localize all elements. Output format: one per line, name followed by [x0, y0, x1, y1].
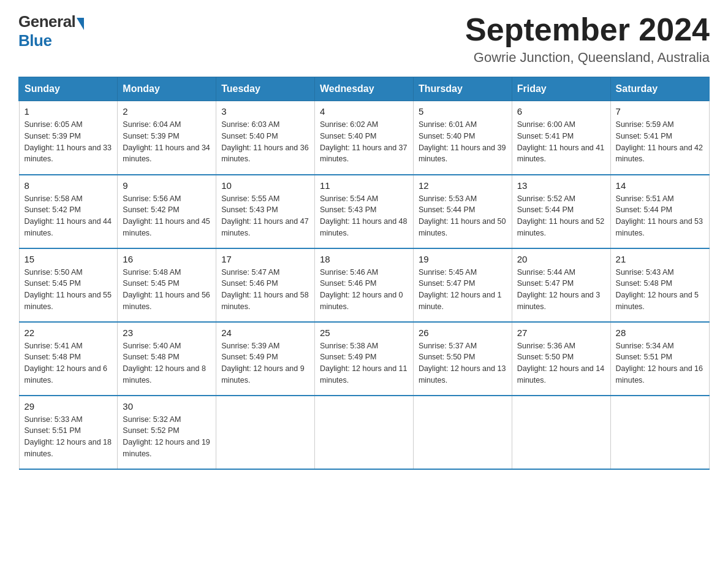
table-row: 10Sunrise: 5:55 AMSunset: 5:43 PMDayligh…	[216, 175, 315, 248]
day-info: Sunrise: 5:54 AMSunset: 5:43 PMDaylight:…	[320, 193, 408, 239]
day-number: 2	[123, 106, 211, 117]
day-number: 24	[221, 327, 309, 338]
table-row: 6Sunrise: 6:00 AMSunset: 5:41 PMDaylight…	[512, 101, 610, 175]
table-row: 25Sunrise: 5:38 AMSunset: 5:49 PMDayligh…	[315, 322, 414, 396]
day-info: Sunrise: 5:45 AMSunset: 5:47 PMDaylight:…	[419, 267, 507, 313]
day-number: 5	[419, 106, 507, 117]
day-number: 19	[419, 254, 507, 264]
col-friday: Friday	[512, 77, 610, 101]
logo-blue-text: Blue	[18, 31, 51, 50]
day-number: 6	[517, 106, 605, 117]
day-info: Sunrise: 6:02 AMSunset: 5:40 PMDaylight:…	[320, 119, 408, 165]
day-number: 12	[419, 180, 507, 191]
day-info: Sunrise: 6:05 AMSunset: 5:39 PMDaylight:…	[25, 119, 113, 165]
day-number: 14	[616, 180, 704, 191]
location-title: Gowrie Junction, Queensland, Australia	[465, 50, 710, 66]
day-number: 3	[221, 106, 309, 117]
table-row: 24Sunrise: 5:39 AMSunset: 5:49 PMDayligh…	[216, 322, 315, 396]
col-saturday: Saturday	[610, 77, 709, 101]
table-row: 9Sunrise: 5:56 AMSunset: 5:42 PMDaylight…	[118, 175, 216, 248]
day-info: Sunrise: 5:52 AMSunset: 5:44 PMDaylight:…	[517, 193, 605, 239]
day-info: Sunrise: 5:36 AMSunset: 5:50 PMDaylight:…	[517, 340, 605, 386]
day-info: Sunrise: 5:56 AMSunset: 5:42 PMDaylight:…	[123, 193, 211, 239]
day-info: Sunrise: 5:43 AMSunset: 5:48 PMDaylight:…	[616, 267, 704, 313]
day-info: Sunrise: 5:40 AMSunset: 5:48 PMDaylight:…	[123, 340, 211, 386]
day-info: Sunrise: 5:37 AMSunset: 5:50 PMDaylight:…	[419, 340, 507, 386]
logo-general-text: General	[18, 12, 75, 31]
day-info: Sunrise: 5:32 AMSunset: 5:52 PMDaylight:…	[123, 414, 211, 460]
table-row: 2Sunrise: 6:04 AMSunset: 5:39 PMDaylight…	[118, 101, 216, 175]
table-row: 8Sunrise: 5:58 AMSunset: 5:42 PMDaylight…	[19, 175, 118, 248]
day-number: 13	[517, 180, 605, 191]
table-row: 20Sunrise: 5:44 AMSunset: 5:47 PMDayligh…	[512, 248, 610, 322]
day-number: 4	[320, 106, 408, 117]
table-row: 29Sunrise: 5:33 AMSunset: 5:51 PMDayligh…	[19, 396, 118, 469]
day-info: Sunrise: 5:59 AMSunset: 5:41 PMDaylight:…	[616, 119, 704, 165]
day-info: Sunrise: 6:03 AMSunset: 5:40 PMDaylight:…	[221, 119, 309, 165]
day-info: Sunrise: 5:41 AMSunset: 5:48 PMDaylight:…	[25, 340, 113, 386]
table-row: 16Sunrise: 5:48 AMSunset: 5:45 PMDayligh…	[118, 248, 216, 322]
day-number: 11	[320, 180, 408, 191]
table-row: 23Sunrise: 5:40 AMSunset: 5:48 PMDayligh…	[118, 322, 216, 396]
table-row	[610, 396, 709, 469]
table-row: 3Sunrise: 6:03 AMSunset: 5:40 PMDaylight…	[216, 101, 315, 175]
day-number: 16	[123, 254, 211, 264]
day-info: Sunrise: 5:51 AMSunset: 5:44 PMDaylight:…	[616, 193, 704, 239]
table-row	[413, 396, 512, 469]
day-number: 25	[320, 327, 408, 338]
day-number: 1	[25, 106, 113, 117]
table-row: 13Sunrise: 5:52 AMSunset: 5:44 PMDayligh…	[512, 175, 610, 248]
day-number: 20	[517, 254, 605, 264]
week-row-4: 22Sunrise: 5:41 AMSunset: 5:48 PMDayligh…	[19, 322, 709, 396]
month-title: September 2024	[465, 12, 710, 47]
header: General Blue September 2024 Gowrie Junct…	[18, 12, 710, 66]
day-info: Sunrise: 5:47 AMSunset: 5:46 PMDaylight:…	[221, 267, 309, 313]
day-info: Sunrise: 5:46 AMSunset: 5:46 PMDaylight:…	[320, 267, 408, 313]
col-monday: Monday	[118, 77, 216, 101]
col-sunday: Sunday	[19, 77, 118, 101]
table-row: 1Sunrise: 6:05 AMSunset: 5:39 PMDaylight…	[19, 101, 118, 175]
day-info: Sunrise: 6:01 AMSunset: 5:40 PMDaylight:…	[419, 119, 507, 165]
day-number: 9	[123, 180, 211, 191]
day-info: Sunrise: 5:39 AMSunset: 5:49 PMDaylight:…	[221, 340, 309, 386]
logo-triangle-icon	[77, 18, 84, 30]
col-wednesday: Wednesday	[315, 77, 414, 101]
day-number: 21	[616, 254, 704, 264]
table-row: 19Sunrise: 5:45 AMSunset: 5:47 PMDayligh…	[413, 248, 512, 322]
table-row: 12Sunrise: 5:53 AMSunset: 5:44 PMDayligh…	[413, 175, 512, 248]
week-row-2: 8Sunrise: 5:58 AMSunset: 5:42 PMDaylight…	[19, 175, 709, 248]
week-row-5: 29Sunrise: 5:33 AMSunset: 5:51 PMDayligh…	[19, 396, 709, 469]
day-info: Sunrise: 5:48 AMSunset: 5:45 PMDaylight:…	[123, 267, 211, 313]
day-number: 23	[123, 327, 211, 338]
calendar-table: Sunday Monday Tuesday Wednesday Thursday…	[18, 77, 710, 470]
day-number: 30	[123, 401, 211, 412]
day-number: 22	[25, 327, 113, 338]
day-info: Sunrise: 5:55 AMSunset: 5:43 PMDaylight:…	[221, 193, 309, 239]
day-number: 27	[517, 327, 605, 338]
week-row-1: 1Sunrise: 6:05 AMSunset: 5:39 PMDaylight…	[19, 101, 709, 175]
day-info: Sunrise: 5:44 AMSunset: 5:47 PMDaylight:…	[517, 267, 605, 313]
week-row-3: 15Sunrise: 5:50 AMSunset: 5:45 PMDayligh…	[19, 248, 709, 322]
table-row: 26Sunrise: 5:37 AMSunset: 5:50 PMDayligh…	[413, 322, 512, 396]
day-number: 28	[616, 327, 704, 338]
header-row: Sunday Monday Tuesday Wednesday Thursday…	[19, 77, 709, 101]
table-row: 22Sunrise: 5:41 AMSunset: 5:48 PMDayligh…	[19, 322, 118, 396]
day-number: 17	[221, 254, 309, 264]
table-row: 14Sunrise: 5:51 AMSunset: 5:44 PMDayligh…	[610, 175, 709, 248]
title-area: September 2024 Gowrie Junction, Queensla…	[465, 12, 710, 66]
table-row: 11Sunrise: 5:54 AMSunset: 5:43 PMDayligh…	[315, 175, 414, 248]
table-row: 7Sunrise: 5:59 AMSunset: 5:41 PMDaylight…	[610, 101, 709, 175]
table-row	[315, 396, 414, 469]
day-number: 18	[320, 254, 408, 264]
day-number: 10	[221, 180, 309, 191]
table-row: 28Sunrise: 5:34 AMSunset: 5:51 PMDayligh…	[610, 322, 709, 396]
day-info: Sunrise: 5:34 AMSunset: 5:51 PMDaylight:…	[616, 340, 704, 386]
col-tuesday: Tuesday	[216, 77, 315, 101]
table-row	[512, 396, 610, 469]
day-info: Sunrise: 5:33 AMSunset: 5:51 PMDaylight:…	[25, 414, 113, 460]
day-number: 29	[25, 401, 113, 412]
day-number: 8	[25, 180, 113, 191]
table-row: 4Sunrise: 6:02 AMSunset: 5:40 PMDaylight…	[315, 101, 414, 175]
table-row: 27Sunrise: 5:36 AMSunset: 5:50 PMDayligh…	[512, 322, 610, 396]
day-info: Sunrise: 5:58 AMSunset: 5:42 PMDaylight:…	[25, 193, 113, 239]
